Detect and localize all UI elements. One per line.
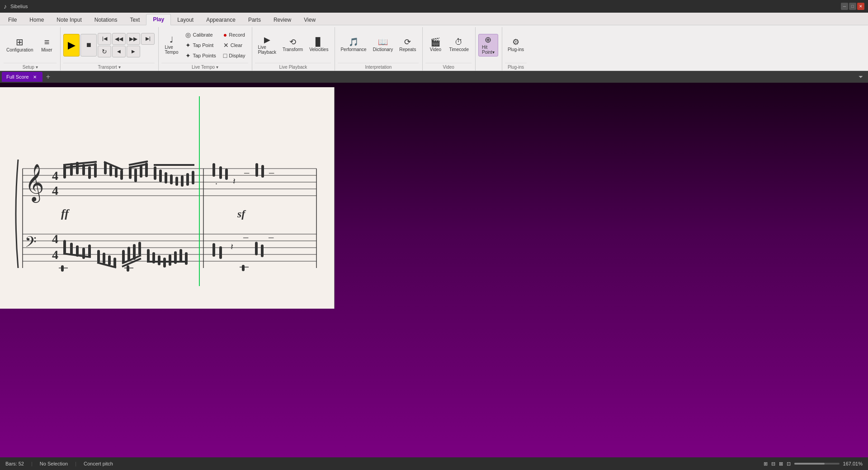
svg-rect-55 [147, 249, 150, 262]
tab-note-input[interactable]: Note Input [50, 15, 88, 25]
performance-button[interactable]: 🎵 Performance [338, 36, 369, 54]
treble-notes-m2: 𝄽 ─ ─ . [212, 163, 274, 186]
ribbon-content: ⊞ Configuration ≡ Mixer Setup ▾ ▶ ■ [0, 25, 868, 70]
svg-text:─: ─ [243, 234, 249, 241]
svg-text:𝄽: 𝄽 [233, 178, 236, 184]
clear-button[interactable]: ✕ Clear [220, 40, 249, 50]
hit-point-buttons: ⊕ HitPoint▾ [478, 27, 498, 63]
live-tempo-button[interactable]: ♩ LiveTempo [161, 34, 181, 56]
live-tempo-buttons: ♩ LiveTempo ◎ Calibrate ✦ Tap Point ✦ Ta… [161, 27, 248, 63]
tab-review[interactable]: Review [267, 15, 297, 25]
timecode-button[interactable]: ⏱ Timecode [446, 36, 472, 54]
calibrate-button[interactable]: ◎ Calibrate [182, 30, 219, 40]
configuration-icon: ⊞ [16, 38, 24, 47]
svg-rect-52 [138, 242, 141, 255]
svg-rect-24 [134, 169, 137, 182]
timecode-icon: ⏱ [455, 38, 463, 46]
video-label: Video [430, 47, 441, 52]
transform-button[interactable]: ⟲ Transform [280, 36, 306, 54]
zoom-slider[interactable] [794, 463, 840, 465]
dictionary-button[interactable]: 📖 Dictionary [370, 36, 396, 54]
stop-button[interactable]: ■ [80, 34, 97, 56]
hit-point-label: HitPoint▾ [482, 45, 495, 55]
svg-rect-34 [181, 175, 184, 187]
plug-ins-button[interactable]: ⚙ Plug-ins [505, 36, 527, 54]
expand-tabs-button[interactable]: ⏷ [855, 74, 866, 80]
zoom-fill [794, 463, 825, 465]
doc-tab-full-score[interactable]: Full Score ✕ [2, 72, 42, 82]
svg-text:─: ─ [244, 169, 250, 177]
live-tempo-small-buttons-2: ● Record ✕ Clear □ Display [220, 30, 249, 61]
layout-icon-2[interactable]: ⊟ [771, 461, 775, 467]
layout-icon-3[interactable]: ⊠ [779, 461, 783, 467]
display-icon: □ [223, 52, 227, 59]
live-playback-icon: ▶ [264, 36, 270, 44]
tab-parts[interactable]: Parts [242, 15, 267, 25]
repeats-button[interactable]: ⟳ Repeats [396, 36, 419, 54]
time-sig-bass-bottom: 4 [52, 248, 58, 262]
live-playback-button[interactable]: ▶ LivePlayback [255, 34, 279, 56]
tap-point-icon: ✦ [185, 42, 191, 49]
plug-ins-icon: ⚙ [512, 38, 519, 46]
transport-nav: |◀ ◀◀ ▶▶ ▶| ↻ ◀ ▶ [98, 33, 155, 57]
ribbon-group-plugins: ⚙ Plug-ins Plug-ins [503, 27, 530, 70]
status-right: ⊞ ⊟ ⊠ ⊡ 167.01% [764, 461, 863, 467]
layout-icon-1[interactable]: ⊞ [764, 461, 768, 467]
forward-end-button[interactable]: ▶| [141, 33, 155, 45]
music-notation: 𝄞 𝄢 4 4 4 4 ff sf [9, 96, 326, 304]
dictionary-label: Dictionary [373, 47, 393, 52]
doc-tab-close-button[interactable]: ✕ [32, 74, 38, 80]
timecode-label: Timecode [449, 47, 469, 52]
record-button[interactable]: ● Record [220, 30, 249, 40]
svg-rect-32 [170, 174, 173, 184]
tab-home[interactable]: Home [23, 15, 50, 25]
tab-notations[interactable]: Notations [88, 15, 124, 25]
mixer-button[interactable]: ≡ Mixer [37, 36, 57, 54]
loop-button[interactable]: ↻ [98, 46, 111, 57]
time-sig-bass-top: 4 [52, 232, 58, 246]
velocities-button[interactable]: ▊ Velocities [307, 36, 331, 54]
svg-rect-73 [255, 163, 258, 177]
plugins-buttons: ⚙ Plug-ins [505, 27, 527, 63]
tab-view[interactable]: View [297, 15, 322, 25]
minimize-button[interactable]: ─ [841, 3, 848, 10]
svg-rect-42 [88, 244, 91, 257]
configuration-button[interactable]: ⊞ Configuration [4, 36, 36, 54]
tab-text[interactable]: Text [123, 15, 146, 25]
display-button[interactable]: □ Display [220, 51, 249, 61]
interpretation-group-label: Interpretation [338, 63, 419, 70]
play-button[interactable]: ▶ [63, 34, 80, 56]
svg-rect-21 [120, 170, 123, 180]
move-back-button[interactable]: ◀ [112, 46, 126, 57]
svg-rect-82 [261, 244, 264, 257]
title-bar-text: Sibelius [10, 4, 28, 9]
tap-points-label: Tap Points [193, 53, 216, 58]
transport-row-top: |◀ ◀◀ ▶▶ ▶| [98, 33, 155, 45]
svg-rect-38 [63, 240, 66, 254]
tab-layout[interactable]: Layout [171, 15, 200, 25]
hit-point-button[interactable]: ⊕ HitPoint▾ [478, 34, 498, 56]
video-button[interactable]: 🎬 Video [425, 36, 445, 54]
layout-icon-4[interactable]: ⊡ [787, 461, 791, 467]
close-button[interactable]: ✕ [857, 3, 864, 10]
maximize-button[interactable]: □ [849, 3, 856, 10]
rewind-start-button[interactable]: |◀ [98, 33, 111, 45]
tab-play[interactable]: Play [146, 14, 171, 25]
record-icon: ● [223, 31, 227, 38]
tap-point-button[interactable]: ✦ Tap Point [182, 40, 219, 50]
performance-icon: 🎵 [349, 38, 359, 46]
display-label: Display [229, 53, 245, 58]
svg-rect-81 [255, 242, 258, 255]
tab-appearance[interactable]: Appearance [200, 15, 242, 25]
svg-text:𝄽: 𝄽 [231, 244, 233, 249]
add-tab-button[interactable]: + [43, 72, 53, 82]
forward-button[interactable]: ▶▶ [127, 33, 140, 45]
live-tempo-label: LiveTempo [165, 45, 178, 55]
move-forward-button[interactable]: ▶ [127, 46, 140, 57]
rewind-button[interactable]: ◀◀ [112, 33, 126, 45]
tap-points-button[interactable]: ✦ Tap Points [182, 51, 219, 61]
ff-dynamic: ff [61, 207, 70, 220]
brace [16, 160, 18, 268]
tab-file[interactable]: File [2, 15, 23, 25]
svg-rect-64 [61, 265, 64, 272]
